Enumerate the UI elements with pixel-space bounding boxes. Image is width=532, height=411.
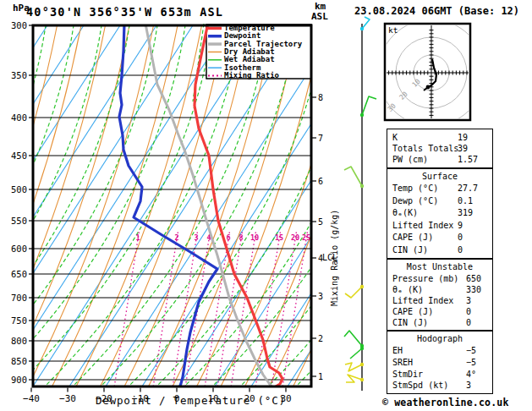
wind-barb: [344, 331, 362, 346]
mixing-ratio-value: 6: [226, 233, 230, 242]
km-tick-label: 5: [318, 217, 323, 227]
table-row-value: 0: [458, 233, 463, 242]
table-row-value: 650: [466, 274, 481, 283]
sounding-screenshot: 1234681015202530035040045050055060065070…: [0, 0, 532, 411]
temp-tick-label: −40: [23, 393, 40, 404]
datetime-label: 23.08.2024 06GMT (Base: 12): [354, 5, 519, 17]
table-row-label: Lifted Index: [392, 296, 453, 305]
pressure-tick-label: 400: [11, 112, 27, 123]
km-tick-label: 1: [318, 372, 323, 381]
wet-adiabat-line: [0, 25, 101, 389]
table-row-label: Pressure (mb): [392, 274, 458, 283]
wind-barb: [346, 375, 362, 382]
table-row-label: CIN (J): [392, 245, 428, 255]
mixing-ratio-value: 10: [250, 233, 259, 242]
table-row-label: PW (cm): [392, 155, 428, 164]
table-hodograph_stats: HodographEH−5SREH−5StmDir4°StmSpd (kt)3: [387, 331, 493, 394]
pressure-tick-label: 800: [11, 336, 27, 346]
table-row-label: EH: [392, 346, 403, 355]
table-header: Most Unstable: [387, 262, 492, 271]
pressure-tick-label: 900: [11, 375, 27, 385]
isotherm-line: [68, 25, 302, 389]
mixing-ratio-value: 25: [302, 233, 310, 242]
table-row-value: 3: [466, 296, 471, 305]
table-row-label: Lifted Index: [392, 221, 453, 230]
dry-adiabat-line: [220, 25, 347, 389]
dry-adiabat-line: [27, 25, 154, 389]
dry-adiabat-line: [51, 25, 178, 389]
wet-adiabat-line: [0, 25, 157, 389]
table-most_unstable: Most UnstablePressure (mb)650θₑ (K)330Li…: [387, 259, 493, 331]
pressure-tick-label: 750: [11, 315, 27, 326]
wet-adiabat-line: [0, 25, 74, 389]
table-row-value: 39: [458, 144, 468, 153]
pressure-tick-label: 500: [11, 184, 27, 195]
dry-adiabat-line: [244, 25, 370, 389]
wind-barb-dot: [360, 113, 364, 117]
isotherm-line: [31, 25, 266, 389]
mixing-ratio-value: 1: [135, 233, 140, 242]
table-row-label: θₑ (K): [392, 285, 423, 294]
table-indices: K19Totals Totals39PW (cm)1.57: [387, 129, 493, 168]
legend-item-dewpoint: Dewpoint: [224, 32, 261, 40]
table-row-value: 0: [466, 318, 471, 327]
wind-barb: [345, 363, 362, 371]
table-row-label: SREH: [392, 358, 413, 367]
table-header: Hodograph: [387, 334, 492, 343]
wind-barb: [344, 167, 362, 186]
chart-border: [33, 25, 311, 386]
table-row-value: 19: [458, 133, 468, 142]
table-row-label: StmDir: [392, 370, 423, 379]
km-tick-label: 6: [318, 177, 323, 186]
table-row-label: θₑ(K): [392, 208, 418, 217]
pressure-tick-label: 600: [11, 244, 27, 254]
isotherm-line: [0, 25, 156, 389]
table-row-value: 0: [466, 307, 471, 316]
table-row-value: 330: [466, 285, 481, 294]
wind-barb: [350, 348, 362, 359]
isotherm-line: [0, 25, 84, 389]
dry-adiabat-line: [99, 25, 226, 389]
table-row-value: 3: [466, 381, 471, 390]
table-row-label: Temp (°C): [392, 184, 438, 193]
table-row-value: 0: [458, 245, 463, 255]
pressure-tick-label: 850: [11, 356, 27, 366]
mixing-ratio-line: [271, 230, 297, 386]
table-row-value: 319: [458, 208, 473, 217]
km-tick-label: 3: [318, 292, 323, 301]
table-row-value: 0.1: [458, 196, 473, 206]
altitude-unit-asl: ASL: [311, 11, 328, 22]
legend-item-mixing-ratio: Mixing Ratio: [224, 72, 279, 79]
wet-adiabat-line: [0, 25, 129, 389]
pressure-tick-label: 350: [11, 70, 27, 80]
table-row-label: Dewp (°C): [392, 196, 438, 206]
wind-barb: [362, 96, 376, 115]
pressure-tick-label: 450: [11, 151, 27, 161]
table-row-label: Totals Totals: [392, 144, 458, 153]
table-row-value: 9: [458, 221, 463, 230]
table-row-value: −5: [466, 346, 476, 355]
wind-barb-dot: [360, 285, 364, 288]
km-tick-label: 7: [318, 134, 323, 143]
station-title: 40°30'N 356°35'W 653m ASL: [26, 5, 223, 19]
x-axis-title: Dewpoint / Temperature (°C): [96, 394, 286, 407]
isotherm-line: [0, 25, 120, 389]
table-row-label: K: [392, 133, 398, 142]
mixing-ratio-axis-title: Mixing Ratio (g/kg): [329, 188, 341, 306]
table-row-value: 27.7: [458, 184, 478, 193]
table-row-value: 1.57: [458, 155, 478, 164]
wind-barb-dot: [360, 363, 364, 366]
wind-barb-dot: [360, 184, 364, 188]
table-row-label: StmSpd (kt): [392, 381, 448, 390]
table-header: Surface: [387, 172, 492, 181]
wind-barb-dot: [360, 27, 364, 30]
temp-tick-label: −30: [59, 393, 76, 404]
isotherm-line: [0, 25, 229, 389]
copyright: © weatheronline.co.uk: [382, 397, 509, 408]
table-row-label: CAPE (J): [392, 233, 433, 242]
wind-barb: [362, 17, 370, 29]
km-tick-label: 2: [318, 334, 323, 343]
wind-barb: [345, 287, 362, 298]
pressure-tick-label: 550: [11, 216, 27, 226]
table-row-value: −5: [466, 358, 476, 367]
